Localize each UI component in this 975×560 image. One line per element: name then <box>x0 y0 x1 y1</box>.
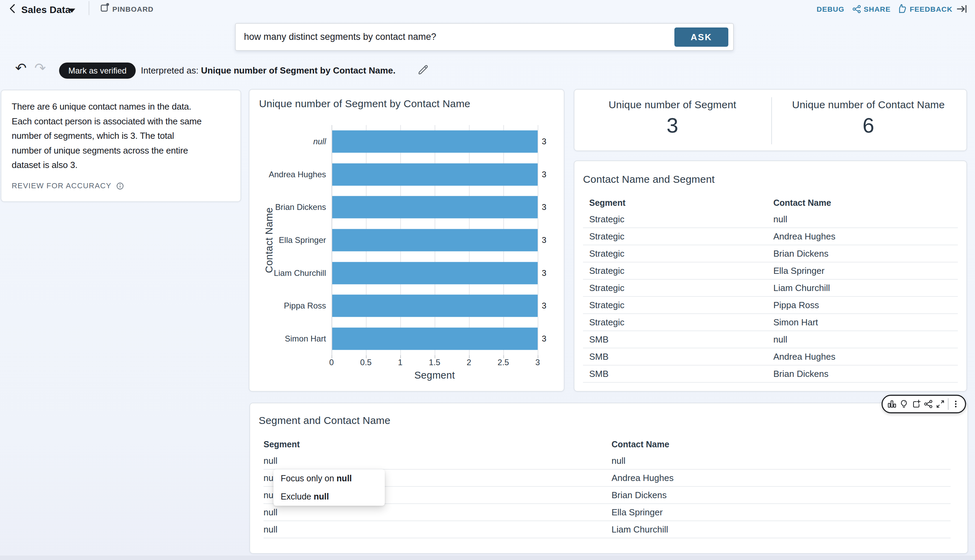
segment-cell[interactable]: Strategic <box>589 300 773 310</box>
column-header-contact-name[interactable]: Contact Name <box>612 439 951 449</box>
interpreted-as-text: Unique number of Segment by Contact Name… <box>201 65 395 76</box>
segment-cell[interactable]: Strategic <box>589 214 773 225</box>
table-row[interactable]: SMB Andrea Hughes <box>583 348 958 365</box>
narrative-line: number of unique segments across the ent… <box>12 143 230 158</box>
column-header-contact-name[interactable]: Contact Name <box>773 198 958 208</box>
table-row[interactable]: Strategic Ella Springer <box>583 262 958 280</box>
table-header-row: Segment Contact Name <box>263 436 951 452</box>
menu-item-focus-only[interactable]: Focus only on null <box>273 469 385 488</box>
x-tick-label: 3 <box>522 357 553 368</box>
contact-name-cell[interactable]: Brian Dickens <box>773 368 958 379</box>
chart-row: null 3 <box>332 125 538 158</box>
contact-name-cell[interactable]: Pippa Ross <box>773 300 958 310</box>
table-row[interactable]: Strategic Brian Dickens <box>583 245 958 262</box>
chart-bar[interactable] <box>332 328 538 350</box>
menu-item-exclude[interactable]: Exclude null <box>273 488 385 506</box>
chart-bar[interactable] <box>332 130 538 153</box>
x-tick-label: 1 <box>385 357 416 368</box>
table-row[interactable]: null null <box>263 452 951 470</box>
review-label: REVIEW FOR ACCURACY <box>12 182 112 190</box>
pinboard-link[interactable]: PINBOARD <box>112 5 153 13</box>
segment-cell[interactable]: null <box>263 524 612 535</box>
chart-bar[interactable] <box>332 196 538 218</box>
segment-cell[interactable]: Strategic <box>589 248 773 259</box>
table-row[interactable]: null Ella Springer <box>263 504 951 521</box>
narrative-line: dataset is also 3. <box>12 158 230 172</box>
segment-cell[interactable]: Strategic <box>589 265 773 276</box>
bar-chart-icon[interactable] <box>887 399 897 409</box>
chevron-left-icon <box>7 3 18 15</box>
chart-value-label: 3 <box>542 301 546 310</box>
share-link[interactable]: SHARE <box>864 5 891 13</box>
debug-link[interactable]: DEBUG <box>817 5 845 13</box>
table-row[interactable]: Strategic null <box>583 211 958 228</box>
contact-name-cell[interactable]: Ella Springer <box>773 265 958 276</box>
chart-bar[interactable] <box>332 262 538 284</box>
kpi-title: Unique number of Segment <box>574 99 771 111</box>
question-input-box[interactable]: how many distinct segments by contact na… <box>235 23 734 51</box>
x-tick-label: 2.5 <box>488 357 519 368</box>
segment-cell[interactable]: SMB <box>589 334 773 345</box>
contact-segment-table-card: Contact Name and Segment Segment Contact… <box>574 160 967 392</box>
contact-name-cell[interactable]: Brian Dickens <box>612 490 951 500</box>
dataset-selector-label[interactable]: Sales Data <box>21 5 71 15</box>
undo-icon[interactable]: ↶ <box>15 60 27 76</box>
contact-name-cell[interactable]: Simon Hart <box>773 317 958 328</box>
contact-name-cell[interactable]: null <box>612 455 951 466</box>
table-row[interactable]: Strategic Pippa Ross <box>583 297 958 314</box>
bar-chart-card: Unique number of Segment by Contact Name… <box>249 89 565 392</box>
y-axis-title: Contact Name <box>263 207 275 273</box>
chart-bar[interactable] <box>332 229 538 252</box>
contact-name-cell[interactable]: Andrea Hughes <box>773 352 958 362</box>
table-row[interactable]: SMB Brian Dickens <box>583 365 958 383</box>
segment-cell[interactable]: Strategic <box>589 231 773 242</box>
contact-name-cell[interactable]: Liam Churchill <box>612 524 951 535</box>
narrative-line: number of segments, which is 3. The tota… <box>12 128 230 143</box>
pin-add-icon[interactable] <box>912 399 921 409</box>
contact-name-cell[interactable]: Brian Dickens <box>773 248 958 259</box>
back-button[interactable] <box>7 3 20 16</box>
kpi-value: 6 <box>771 115 967 136</box>
chart-value-label: 3 <box>542 235 546 245</box>
more-icon[interactable] <box>951 399 960 409</box>
chart-bar[interactable] <box>332 163 538 185</box>
chevron-down-icon[interactable] <box>68 8 75 13</box>
chart-bar[interactable] <box>332 295 538 317</box>
chart-category-label: Simon Hart <box>285 334 326 343</box>
segment-cell[interactable]: null <box>263 507 612 518</box>
segment-cell[interactable]: Strategic <box>589 317 773 328</box>
lightbulb-icon[interactable] <box>899 399 909 409</box>
share-icon[interactable] <box>923 399 933 409</box>
chart-category-label: Liam Churchill <box>274 268 326 278</box>
table-row[interactable]: Strategic Liam Churchill <box>583 280 958 297</box>
expand-icon[interactable] <box>935 399 945 409</box>
info-icon[interactable] <box>116 182 124 190</box>
chart-title: Unique number of Segment by Contact Name <box>259 98 470 110</box>
qna-page: Sales Data PINBOARD DEBUG SHARE FEEDBACK <box>0 0 975 560</box>
column-header-segment[interactable]: Segment <box>589 198 773 208</box>
collapse-panel-icon[interactable] <box>956 3 967 15</box>
ask-button[interactable]: ASK <box>674 27 728 47</box>
question-input[interactable]: how many distinct segments by contact na… <box>244 24 436 50</box>
feedback-link[interactable]: FEEDBACK <box>910 5 953 13</box>
edit-pencil-icon[interactable] <box>418 64 429 76</box>
segment-cell[interactable]: SMB <box>589 352 773 362</box>
kpi-contact-name: Unique number of Contact Name 6 <box>771 90 967 150</box>
segment-cell[interactable]: Strategic <box>589 283 773 293</box>
segment-cell[interactable]: null <box>263 455 612 466</box>
contact-name-cell[interactable]: Andrea Hughes <box>612 473 951 483</box>
contact-name-cell[interactable]: Ella Springer <box>612 507 951 518</box>
contact-name-cell[interactable]: null <box>773 334 958 345</box>
contact-name-cell[interactable]: null <box>773 214 958 225</box>
segment-cell[interactable]: SMB <box>589 368 773 379</box>
chart-value-label: 3 <box>542 170 546 179</box>
kpi-title: Unique number of Contact Name <box>771 99 967 111</box>
table-row[interactable]: Strategic Simon Hart <box>583 314 958 331</box>
table-row[interactable]: SMB null <box>583 331 958 348</box>
table-row[interactable]: Strategic Andrea Hughes <box>583 228 958 245</box>
contact-name-cell[interactable]: Andrea Hughes <box>773 231 958 242</box>
mark-as-verified-button[interactable]: Mark as verified <box>59 63 136 79</box>
table-row[interactable]: null Liam Churchill <box>263 521 951 538</box>
contact-name-cell[interactable]: Liam Churchill <box>773 283 958 293</box>
column-header-segment[interactable]: Segment <box>263 439 612 449</box>
